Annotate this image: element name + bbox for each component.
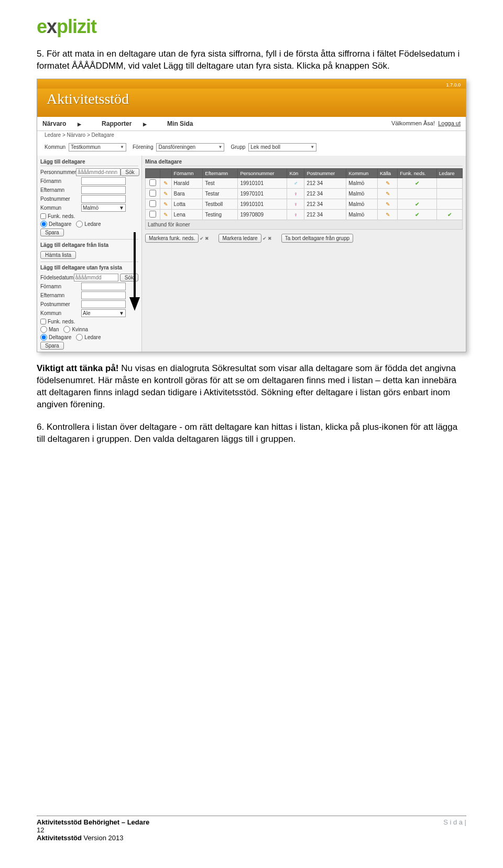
logo: explizit xyxy=(37,16,466,38)
footer-app: Aktivitetsstöd xyxy=(37,834,82,842)
cell-postnummer: 212 34 xyxy=(304,199,346,209)
kalla-icon: ✎ xyxy=(378,209,398,220)
nav-narvaro[interactable]: Närvaro ▶ xyxy=(42,120,91,127)
page-footer: Aktivitetsstöd Behörighet – Ledare 12 Ak… xyxy=(37,816,466,842)
footer-version: Version 2013 xyxy=(82,834,124,842)
fornamn-input[interactable] xyxy=(81,177,126,185)
section-add-without-four: Lägg till deltagare utan fyra sista xyxy=(40,264,138,272)
row-checkbox[interactable] xyxy=(146,209,160,220)
fodelsedatum-label: Födelsedatum xyxy=(40,275,74,280)
efternamn-label-2: Efternamn xyxy=(40,292,81,298)
lathund-row[interactable]: Lathund för ikoner xyxy=(146,220,463,229)
cell-fornamn: Harald xyxy=(171,178,203,188)
spara-button-1[interactable]: Spara xyxy=(40,229,64,236)
postnummer-input[interactable] xyxy=(81,195,126,203)
welcome-text: Välkommen Åsa! xyxy=(391,120,435,126)
cell-funk: ✔ xyxy=(398,209,437,220)
hamta-lista-button[interactable]: Hämta lista xyxy=(40,251,76,259)
postnummer-input-2[interactable] xyxy=(81,300,126,308)
table-header: Förnamn xyxy=(171,168,203,178)
nav-minsida[interactable]: Min Sida xyxy=(167,120,193,127)
row-checkbox[interactable] xyxy=(146,188,160,199)
edit-icon[interactable]: ✎ xyxy=(160,188,171,199)
markera-ledare-button[interactable]: Markera ledare xyxy=(218,234,261,243)
table-header: Ledare xyxy=(436,168,462,178)
cell-efternamn: Testboll xyxy=(203,199,238,209)
ta-bort-button[interactable]: Ta bort deltagare från grupp xyxy=(281,234,353,243)
funk-checkbox-1[interactable] xyxy=(40,213,46,219)
cell-funk xyxy=(398,188,437,199)
filter-forening-select[interactable]: Dansföreningen▼ xyxy=(156,143,224,151)
deltagare-radio-2[interactable] xyxy=(40,334,47,341)
table-row: ✎LenaTesting19970809♀212 34Malmö✎✔✔ xyxy=(146,209,463,220)
ledare-radio-1[interactable] xyxy=(76,221,83,227)
cell-personnummer: 19910101 xyxy=(238,199,287,209)
edit-icon[interactable]: ✎ xyxy=(160,209,171,220)
filter-forening-label: Förening xyxy=(133,144,153,150)
check-icon: ✔ xyxy=(200,236,204,241)
deltagare-radio-1[interactable] xyxy=(40,221,47,227)
filter-grupp-label: Grupp xyxy=(231,144,245,150)
table-header: Postnummer xyxy=(304,168,346,178)
cell-efternamn: Test xyxy=(203,178,238,188)
app-title: Aktivitetsstöd xyxy=(37,89,466,117)
table-header xyxy=(160,168,171,178)
table-title: Mina deltagare xyxy=(145,158,463,166)
cell-ledare xyxy=(436,199,462,209)
spara-button-2[interactable]: Spara xyxy=(40,342,64,350)
edit-icon[interactable]: ✎ xyxy=(160,178,171,188)
table-row: ✎LottaTestboll19910101♀212 34Malmö✎✔ xyxy=(146,199,463,209)
cell-kon: ♀ xyxy=(287,199,304,209)
efternamn-label: Efternamn xyxy=(40,187,81,193)
logout-link[interactable]: Logga ut xyxy=(438,120,461,126)
cell-funk: ✔ xyxy=(398,199,437,209)
table-header: Funk. neds. xyxy=(398,168,437,178)
sidebar: Lägg till deltagare Personnummer Sök För… xyxy=(37,156,142,352)
personnummer-input[interactable] xyxy=(76,168,121,176)
cell-fornamn: Lena xyxy=(171,209,203,220)
sok-button-1[interactable]: Sök xyxy=(121,168,139,176)
cell-postnummer: 212 34 xyxy=(304,188,346,199)
fodelsedatum-input[interactable] xyxy=(74,274,118,281)
kommun-label-2: Kommun xyxy=(40,310,81,316)
cell-personnummer: 19970101 xyxy=(238,188,287,199)
app-version: 1.7.0.0 xyxy=(37,79,466,89)
cell-personnummer: 19970809 xyxy=(238,209,287,220)
kvinna-radio[interactable] xyxy=(63,326,70,333)
personnummer-label: Personnummer xyxy=(40,169,76,175)
fornamn-label-2: Förnamn xyxy=(40,284,81,289)
cell-efternamn: Testing xyxy=(203,209,238,220)
check-icon: ✔ xyxy=(263,236,267,241)
efternamn-input-2[interactable] xyxy=(81,291,126,299)
edit-icon[interactable]: ✎ xyxy=(160,199,171,209)
cell-kon: ♀ xyxy=(287,209,304,220)
funk-checkbox-2[interactable] xyxy=(40,319,46,324)
main-panel: Mina deltagare FörnamnEfternamnPersonnum… xyxy=(142,156,466,352)
fornamn-input-2[interactable] xyxy=(81,283,126,290)
cell-kon: ♂ xyxy=(287,178,304,188)
cell-funk: ✔ xyxy=(398,178,437,188)
cell-ledare: ✔ xyxy=(436,209,462,220)
filter-grupp-select[interactable]: Lek med boll▼ xyxy=(248,143,316,151)
table-header: Kommun xyxy=(346,168,378,178)
row-checkbox[interactable] xyxy=(146,178,160,188)
efternamn-input[interactable] xyxy=(81,186,126,194)
cell-kommun: Malmö xyxy=(346,178,378,188)
logo-part3: plizit xyxy=(57,16,96,37)
svg-marker-1 xyxy=(129,297,140,311)
cell-personnummer: 19910101 xyxy=(238,178,287,188)
kommun-select-1[interactable]: Malmö▼ xyxy=(81,204,126,212)
table-header: Källa xyxy=(378,168,398,178)
man-radio[interactable] xyxy=(40,326,47,333)
filter-kommun-select[interactable]: Testkommun▼ xyxy=(69,143,126,151)
action-button-bar: Markera funk. neds.✔✖ Markera ledare✔✖ T… xyxy=(145,234,463,243)
cell-efternamn: Testar xyxy=(203,188,238,199)
kommun-select-2[interactable]: Ale▼ xyxy=(81,309,126,317)
table-header xyxy=(146,168,160,178)
important-note: Viktigt att tänka på! Nu visas en dialog… xyxy=(37,363,466,411)
cell-kommun: Malmö xyxy=(346,209,378,220)
row-checkbox[interactable] xyxy=(146,199,160,209)
instruction-step-6: 6. Kontrollera i listan över deltagare -… xyxy=(37,421,466,446)
ledare-radio-2[interactable] xyxy=(76,334,83,341)
nav-rapporter[interactable]: Rapporter ▶ xyxy=(102,120,156,127)
